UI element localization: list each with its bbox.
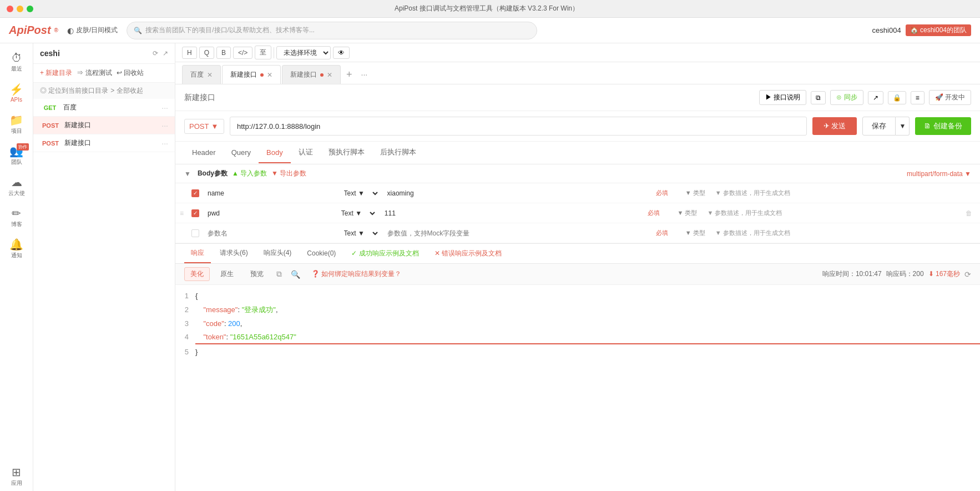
- recycle-btn[interactable]: ↩ 回收站: [117, 68, 144, 78]
- import-params-btn[interactable]: ▲ 导入参数: [232, 169, 267, 178]
- sidebar-item-recent[interactable]: ⏱ 最近: [2, 48, 31, 77]
- method-select[interactable]: POST ▼: [184, 119, 224, 134]
- format-h-btn[interactable]: H: [182, 47, 197, 59]
- tab-new-1[interactable]: 新建接口 ✕: [222, 65, 281, 84]
- param-check-1[interactable]: ✓: [189, 209, 202, 217]
- save-btn[interactable]: 保存: [862, 117, 896, 136]
- format-arrow-btn[interactable]: 至: [255, 46, 271, 59]
- param-value-input-2[interactable]: [385, 228, 642, 238]
- resp-tab-resp-header[interactable]: 响应头(4): [257, 244, 299, 263]
- api-item-baidu[interactable]: GET 百度 ···: [33, 99, 175, 117]
- send-btn[interactable]: ✈ 发送: [812, 117, 857, 135]
- tab-new-2[interactable]: 新建接口 ✕: [282, 65, 341, 84]
- tab-more-btn[interactable]: ···: [358, 65, 371, 84]
- tab-baidu[interactable]: 百度 ✕: [182, 65, 221, 84]
- param-typecol-0[interactable]: ▼ 类型: [679, 189, 712, 197]
- tab-close-1[interactable]: ✕: [267, 71, 272, 79]
- param-name-input-2[interactable]: [205, 228, 334, 238]
- eye-btn[interactable]: 👁: [333, 47, 350, 59]
- resp-view-beautify[interactable]: 美化: [184, 267, 210, 281]
- close-btn[interactable]: [7, 6, 13, 12]
- create-backup-btn[interactable]: 🗎 创建备份: [915, 117, 971, 135]
- param-desc-0[interactable]: ▼ 参数描述，用于生成文档: [712, 189, 976, 197]
- checkbox-1[interactable]: ✓: [191, 209, 199, 217]
- maximize-btn[interactable]: [27, 6, 33, 12]
- resp-tab-error[interactable]: ✕ 错误响应示例及文档: [428, 244, 508, 263]
- save-dropdown-btn[interactable]: ▼: [896, 117, 910, 136]
- api-item-new-2[interactable]: POST 新建接口 ···: [33, 134, 175, 152]
- param-type-select-2[interactable]: Text ▼: [340, 228, 380, 239]
- api-item-new-1[interactable]: POST 新建接口 ···: [33, 117, 175, 134]
- search-bar[interactable]: 🔍 搜索当前团队下的项目/接口/以及帮助文档、技术博客等...: [127, 22, 537, 39]
- api-more-0[interactable]: ···: [161, 103, 168, 112]
- refresh-icon[interactable]: ⟳: [153, 49, 158, 57]
- lock-btn[interactable]: 🔒: [888, 91, 906, 104]
- sidebar-item-notify[interactable]: 🔔 通知: [2, 234, 31, 263]
- devmode-btn[interactable]: 🚀 开发中: [929, 90, 971, 105]
- resp-tab-success[interactable]: ✓ 成功响应示例及文档: [345, 244, 425, 263]
- format-q-btn[interactable]: Q: [199, 47, 214, 59]
- param-desc-1[interactable]: ▼ 参数描述，用于生成文档: [704, 209, 962, 217]
- minimize-btn[interactable]: [17, 6, 23, 12]
- sync-btn[interactable]: ⊙ 同步: [830, 90, 863, 105]
- export-params-btn[interactable]: ▼ 导出参数: [271, 169, 306, 178]
- format-code-btn[interactable]: </>: [233, 47, 252, 59]
- param-type-select-0[interactable]: Text ▼: [340, 188, 380, 199]
- flow-test-btn[interactable]: ⇒ 流程测试: [77, 68, 112, 78]
- param-tab-body[interactable]: Body: [259, 143, 291, 163]
- resp-hint[interactable]: ❓ 如何绑定响应结果到变量？: [311, 269, 401, 279]
- resp-view-raw[interactable]: 原生: [214, 267, 240, 281]
- copy-resp-icon[interactable]: ⧉: [274, 268, 284, 280]
- param-tab-query[interactable]: Query: [224, 143, 259, 163]
- locate-btn[interactable]: ◎ 定位到当前接口目录: [40, 86, 108, 96]
- param-name-input-1[interactable]: [205, 208, 331, 218]
- form-type-selector[interactable]: multipart/form-data ▼: [907, 170, 971, 178]
- window-controls[interactable]: [7, 6, 33, 12]
- api-more-1[interactable]: ···: [161, 121, 168, 130]
- sidebar-item-project[interactable]: 📁 项目: [2, 110, 31, 139]
- new-dir-btn[interactable]: + 新建目录: [40, 68, 72, 78]
- format-b-btn[interactable]: B: [216, 47, 231, 59]
- checkbox-2[interactable]: [191, 229, 199, 237]
- menu-btn[interactable]: ≡: [911, 91, 925, 104]
- env-selector[interactable]: 未选择环境: [276, 46, 331, 59]
- team-badge[interactable]: 🏠 ceshi004的团队: [906, 24, 971, 36]
- param-name-input-0[interactable]: [205, 188, 334, 198]
- sidebar-item-apis[interactable]: ⚡ APIs: [2, 79, 31, 108]
- copy-btn[interactable]: ⧉: [811, 91, 826, 104]
- theme-toggle[interactable]: ◐ 皮肤/日间模式: [67, 26, 118, 35]
- resp-tab-response[interactable]: 响应: [184, 244, 211, 263]
- doc-btn[interactable]: ▶ 接口说明: [759, 90, 806, 105]
- sidebar-item-blog[interactable]: ✏ 博客: [2, 203, 31, 232]
- search-resp-icon[interactable]: 🔍: [289, 269, 302, 280]
- url-input[interactable]: [230, 117, 807, 136]
- sidebar-item-cloud[interactable]: ☁ 云大使: [2, 172, 31, 201]
- collapse-all-btn[interactable]: > 全部收起: [110, 86, 143, 96]
- param-tab-pre[interactable]: 预执行脚本: [321, 142, 372, 164]
- drag-handle-1[interactable]: ≡: [180, 209, 189, 217]
- share-icon[interactable]: ↗: [163, 49, 168, 57]
- param-check-0[interactable]: ✓: [189, 189, 202, 197]
- param-tab-post[interactable]: 后执行脚本: [372, 142, 424, 164]
- param-typecol-2[interactable]: ▼ 类型: [679, 229, 712, 237]
- sidebar-item-app[interactable]: ⊞ 应用: [2, 462, 31, 491]
- param-tab-header[interactable]: Header: [184, 143, 224, 163]
- param-tab-auth[interactable]: 认证: [291, 142, 321, 164]
- checkbox-0[interactable]: ✓: [191, 189, 199, 197]
- param-value-input-1[interactable]: [382, 208, 634, 218]
- refresh-icon[interactable]: ⟳: [964, 270, 971, 279]
- param-value-input-0[interactable]: [385, 188, 642, 198]
- tab-add-btn[interactable]: +: [342, 65, 357, 84]
- param-type-select-1[interactable]: Text ▼: [337, 208, 377, 219]
- tab-close-baidu[interactable]: ✕: [207, 71, 213, 79]
- param-desc-2[interactable]: ▼ 参数描述，用于生成文档: [712, 229, 976, 237]
- resp-tab-req-header[interactable]: 请求头(6): [213, 244, 255, 263]
- resp-view-preview[interactable]: 预览: [244, 267, 270, 281]
- param-typecol-1[interactable]: ▼ 类型: [670, 209, 704, 217]
- param-check-2[interactable]: [189, 229, 202, 237]
- collapse-icon[interactable]: ▼: [184, 170, 191, 178]
- api-more-2[interactable]: ···: [161, 139, 168, 148]
- resp-tab-cookie[interactable]: Cookie(0): [300, 245, 342, 263]
- share-btn[interactable]: ↗: [868, 91, 883, 104]
- sidebar-item-team[interactable]: 👥 团队 协作: [2, 141, 31, 170]
